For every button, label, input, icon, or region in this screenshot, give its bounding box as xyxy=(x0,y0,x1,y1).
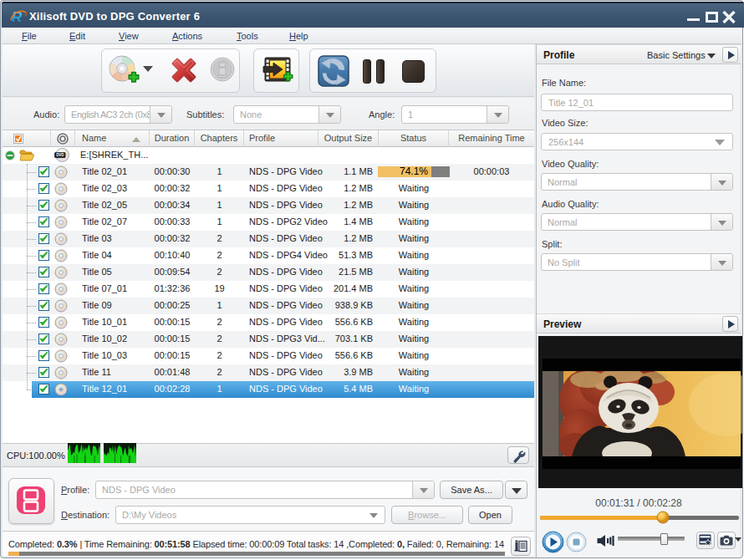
svg-text:DVD: DVD xyxy=(56,153,64,157)
